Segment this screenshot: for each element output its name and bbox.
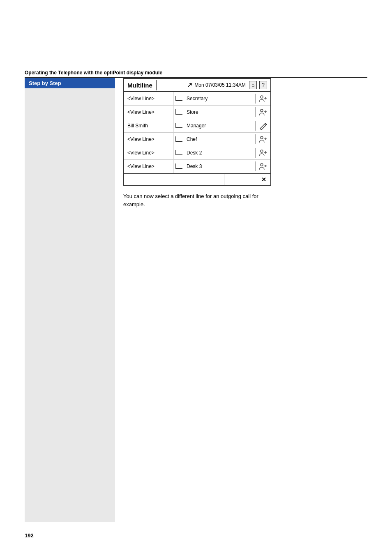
line-icon-edit (256, 120, 270, 132)
svg-point-9 (261, 150, 263, 152)
line-row[interactable]: <View Line> Desk 2 (124, 146, 270, 160)
home-button[interactable]: ⌂ (249, 81, 257, 89)
datetime-text: Mon 07/03/05 11:34AM (194, 82, 246, 88)
line-left-text: <View Line> (124, 133, 173, 146)
line-connector (173, 150, 184, 156)
line-icon (256, 106, 270, 118)
phone-header: Multiline ↗ Mon 07/03/05 11:34AM ⌂ ? (124, 79, 270, 92)
line-connector (173, 164, 184, 169)
line-left-text: <View Line> (124, 92, 173, 105)
line-row[interactable]: <View Line> Desk 3 (124, 160, 270, 173)
bottom-bar-left (124, 174, 224, 185)
phone-title: Multiline (124, 80, 157, 90)
call-icon: ↗ (187, 81, 193, 90)
line-rows-container: <View Line> Secretary (124, 92, 270, 173)
content-area: Multiline ↗ Mon 07/03/05 11:34AM ⌂ ? <Vi… (123, 78, 367, 208)
phone-display: Multiline ↗ Mon 07/03/05 11:34AM ⌂ ? <Vi… (123, 78, 271, 186)
section-heading: Operating the Telephone with the optiPoi… (25, 70, 367, 78)
line-connector (173, 109, 184, 115)
line-label-text: Chef (184, 134, 256, 144)
line-left-text: <View Line> (124, 160, 173, 173)
help-button[interactable]: ? (259, 81, 267, 89)
line-row-active[interactable]: Bill Smith Manager (124, 119, 270, 133)
line-left-text-bill: Bill Smith (124, 119, 173, 132)
line-icon (256, 92, 270, 105)
svg-point-0 (261, 96, 263, 98)
svg-point-3 (261, 109, 263, 112)
line-left-text: <View Line> (124, 146, 173, 159)
line-icon (256, 147, 270, 159)
line-label-text: Secretary (184, 94, 256, 104)
line-row[interactable]: <View Line> Store (124, 106, 270, 119)
line-connector (173, 136, 184, 142)
line-icon (256, 160, 270, 173)
step-by-step-label: Step by Step (25, 78, 115, 88)
line-left-text: <View Line> (124, 106, 173, 119)
page-number: 192 (25, 532, 34, 539)
line-label-text: Store (184, 107, 256, 117)
line-connector (173, 96, 184, 101)
line-row[interactable]: <View Line> Secretary (124, 92, 270, 106)
step-by-step-sidebar: Step by Step (25, 78, 115, 522)
line-icon (256, 133, 270, 145)
description-text: You can now select a different line for … (123, 192, 271, 208)
phone-datetime-area: ↗ Mon 07/03/05 11:34AM ⌂ ? (157, 79, 270, 91)
phone-bottom-bar: ✕ (124, 173, 270, 185)
line-row[interactable]: <View Line> Chef (124, 133, 270, 146)
svg-point-6 (261, 136, 263, 139)
line-label-text: Desk 3 (184, 161, 256, 171)
line-label-text: Desk 2 (184, 148, 256, 158)
line-label-text: Manager (184, 121, 256, 131)
svg-point-12 (261, 164, 263, 166)
close-button[interactable]: ✕ (257, 174, 270, 185)
line-connector (173, 123, 184, 129)
bottom-bar-mid (224, 174, 257, 185)
